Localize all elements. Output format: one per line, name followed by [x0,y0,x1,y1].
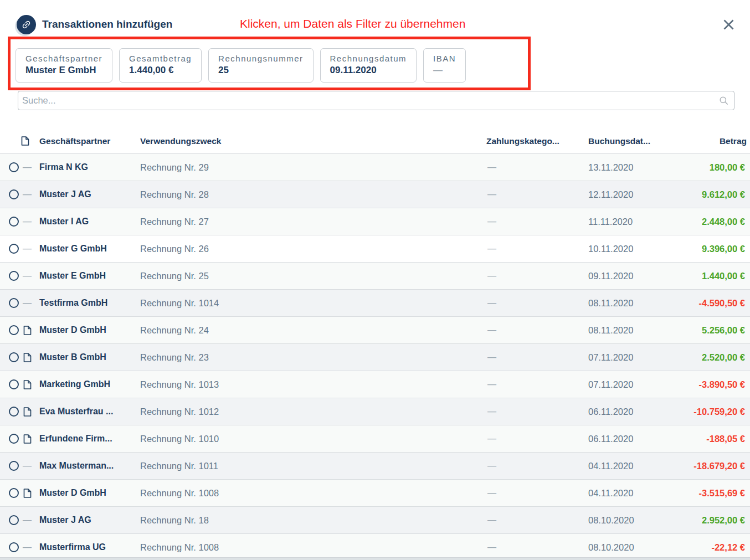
row-date: 06.11.2020 [584,407,665,417]
row-radio-button[interactable] [9,298,19,308]
table-row[interactable]: — Max Musterman... Rechnung Nr. 1011 — 0… [0,452,750,479]
table-row[interactable]: — Firma N KG Rechnung Nr. 29 — 13.11.202… [0,153,750,181]
row-amount: -3.515,69 € [665,488,750,499]
close-icon[interactable] [722,18,735,31]
row-purpose: Rechnung Nr. 23 [140,352,482,363]
table-row[interactable]: Muster D GmbH Rechnung Nr. 24 — 08.11.20… [0,316,750,343]
row-category: — [482,217,584,227]
attachment-dash: — [23,162,32,172]
row-amount: 2.952,00 € [665,515,750,526]
row-date: 08.11.2020 [584,298,665,309]
row-date: 08.10.2020 [584,515,665,526]
column-header-partner[interactable]: Geschäftspartner [35,136,140,146]
filter-highlight-box: Geschäftspartner Muster E GmbH Gesamtbet… [8,37,531,90]
row-radio-button[interactable] [9,162,19,172]
row-category: — [482,379,584,389]
row-category: — [482,352,584,362]
row-amount: 2.520,00 € [665,352,750,363]
row-amount: 9.396,00 € [665,244,750,254]
attachment-dash: — [23,461,32,471]
row-partner: Muster E GmbH [35,271,140,281]
table-row[interactable]: — Muster I AG Rechnung Nr. 27 — 11.11.20… [0,208,750,235]
row-amount: -10.759,20 € [665,407,750,417]
row-radio-button[interactable] [9,515,19,525]
row-partner: Firma N KG [35,162,140,172]
filter-chip-value: Muster E GmbH [25,65,102,76]
filter-chip[interactable]: IBAN — [423,48,466,83]
search-input[interactable] [18,91,734,110]
row-partner: Muster D GmbH [35,488,140,498]
table-row[interactable]: — Muster J AG Rechnung Nr. 18 — 08.10.20… [0,506,750,533]
row-amount: 9.612,00 € [665,189,750,200]
row-partner: Marketing GmbH [35,379,140,389]
table-row[interactable]: Muster D GmbH Rechnung Nr. 1008 — 04.11.… [0,479,750,506]
column-header-category[interactable]: Zahlungskatego... [482,136,584,146]
row-radio-button[interactable] [9,325,19,335]
row-purpose: Rechnung Nr. 1013 [140,379,482,390]
row-purpose: Rechnung Nr. 28 [140,189,482,200]
row-date: 08.10.2020 [584,542,665,553]
row-radio-button[interactable] [9,217,19,227]
row-purpose: Rechnung Nr. 18 [140,515,482,526]
row-purpose: Rechnung Nr. 1008 [140,488,482,499]
filter-chip-label: Gesamtbetrag [129,54,192,63]
column-header-date[interactable]: Buchungsdat... [584,136,665,146]
row-partner: Testfirma GmbH [35,298,140,308]
filter-chip-label: Rechnungsdatum [330,54,407,63]
row-date: 12.11.2020 [584,189,665,200]
row-category: — [482,162,584,172]
horizontal-scrollbar[interactable] [0,557,750,560]
table-row[interactable]: Erfundene Firm... Rechnung Nr. 1010 — 06… [0,425,750,452]
row-radio-button[interactable] [9,488,19,498]
row-purpose: Rechnung Nr. 26 [140,244,482,254]
row-radio-button[interactable] [9,461,19,471]
row-purpose: Rechnung Nr. 27 [140,217,482,227]
dialog-title: Transaktionen hinzufügen [42,18,172,30]
row-category: — [482,515,584,525]
filter-chip[interactable]: Gesamtbetrag 1.440,00 € [119,48,202,83]
filter-chip-value: — [433,65,456,76]
transactions-table-body: — Firma N KG Rechnung Nr. 29 — 13.11.202… [0,153,750,560]
row-radio-button[interactable] [9,407,19,417]
row-amount: 2.448,00 € [665,217,750,227]
search-bar [18,91,734,110]
row-radio-button[interactable] [9,271,19,281]
attachment-dash: — [23,271,32,281]
row-radio-button[interactable] [9,434,19,444]
table-row[interactable]: — Muster J AG Rechnung Nr. 28 — 12.11.20… [0,181,750,208]
row-purpose: Rechnung Nr. 1008 [140,542,482,553]
table-row[interactable]: — Muster G GmbH Rechnung Nr. 26 — 10.11.… [0,235,750,262]
table-row[interactable]: — Muster E GmbH Rechnung Nr. 25 — 09.11.… [0,262,750,289]
row-radio-button[interactable] [9,542,19,552]
table-header-row: Geschäftspartner Verwendungszweck Zahlun… [0,129,750,153]
row-radio-button[interactable] [9,379,19,389]
table-row[interactable]: Marketing GmbH Rechnung Nr. 1013 — 07.11… [0,371,750,398]
column-header-amount[interactable]: Betrag [665,136,750,146]
row-category: — [482,461,584,471]
column-header-purpose[interactable]: Verwendungszweck [140,136,482,146]
attachment-dash: — [23,542,32,552]
row-radio-button[interactable] [9,189,19,199]
row-partner: Muster B GmbH [35,352,140,362]
row-purpose: Rechnung Nr. 29 [140,162,482,173]
add-transactions-dialog: Transaktionen hinzufügen Klicken, um Dat… [0,0,750,560]
row-partner: Musterfirma UG [35,542,140,552]
attachment-dash: — [23,515,32,525]
document-icon [23,407,32,417]
row-radio-button[interactable] [9,244,19,254]
row-amount: -18.679,20 € [665,461,750,471]
filter-chip[interactable]: Rechnungsnummer 25 [208,48,313,83]
row-category: — [482,325,584,335]
row-purpose: Rechnung Nr. 1010 [140,434,482,444]
row-purpose: Rechnung Nr. 1012 [140,407,482,417]
row-amount: 5.256,00 € [665,325,750,336]
row-radio-button[interactable] [9,352,19,362]
table-row[interactable]: Eva Musterfrau ... Rechnung Nr. 1012 — 0… [0,398,750,425]
filter-chip[interactable]: Geschäftspartner Muster E GmbH [16,48,112,83]
table-row[interactable]: Muster B GmbH Rechnung Nr. 23 — 07.11.20… [0,343,750,371]
row-date: 07.11.2020 [584,379,665,390]
table-row[interactable]: — Musterfirma UG Rechnung Nr. 1008 — 08.… [0,533,750,560]
table-row[interactable]: — Testfirma GmbH Rechnung Nr. 1014 — 08.… [0,289,750,316]
filter-chip[interactable]: Rechnungsdatum 09.11.2020 [320,48,417,83]
row-date: 10.11.2020 [584,244,665,254]
